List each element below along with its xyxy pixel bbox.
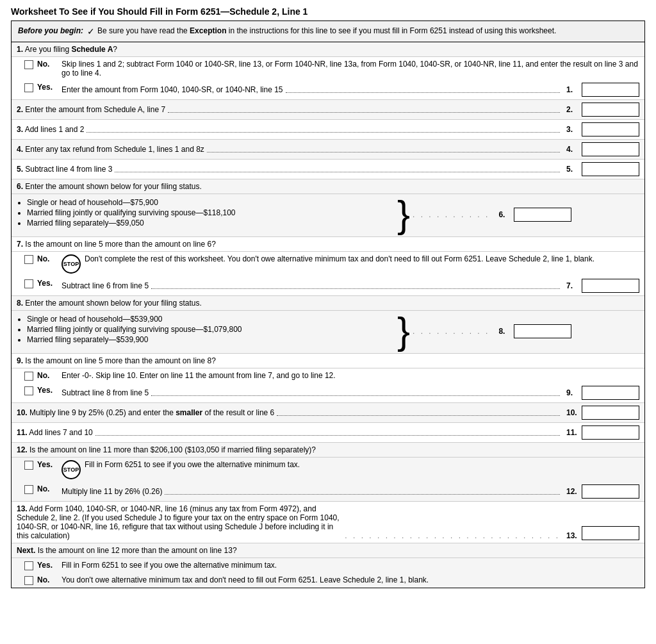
input-line-5[interactable] (582, 162, 639, 176)
bullet-8-3: Married filing separately—$539,900 (27, 335, 395, 344)
worksheet-border-box: Before you begin: ✓ Be sure you have rea… (11, 21, 645, 588)
input-line-4[interactable] (582, 142, 639, 156)
label-9-no: No. (37, 371, 56, 380)
bullet-6-3: Married filing separately—$59,050 (27, 219, 395, 227)
before-begin-section: Before you begin: ✓ Be sure you have rea… (12, 21, 644, 42)
line-num-3: 3. (566, 125, 579, 134)
input-line-3[interactable] (582, 122, 639, 136)
next-yes-row: Yes. Fill in Form 6251 to see if you owe… (12, 558, 644, 573)
question-3-row: 3. Add lines 1 and 2 3. (12, 120, 644, 140)
question-9-header: 9. Is the amount on line 5 more than the… (12, 354, 644, 368)
worksheet-container: Worksheet To See if You Should Fill in F… (11, 6, 645, 588)
question-1-header: 1. Are you filing Schedule A? (12, 42, 644, 57)
checkbox-12-no[interactable] (24, 485, 33, 494)
line-num-4: 4. (566, 145, 579, 154)
brace-8: } (397, 312, 410, 351)
question-9-yes-row: Yes. Subtract line 8 from line 5 9. (12, 383, 644, 403)
input-line-12[interactable] (582, 484, 639, 499)
text-7-no: Don't complete the rest of this workshee… (85, 254, 639, 263)
checkbox-next-yes[interactable] (24, 561, 33, 570)
checkbox-7-no[interactable] (24, 255, 33, 264)
label-next-no: No. (37, 575, 56, 584)
line-num-1: 1. (566, 85, 579, 94)
question-6-brace: Single or head of household—$75,900 Marr… (12, 194, 644, 237)
label-next-yes: Yes. (37, 561, 56, 570)
text-7-yes: Subtract line 6 from line 5 7. (62, 279, 639, 293)
input-line-2[interactable] (582, 103, 639, 117)
line-num-6: 6. (498, 210, 511, 219)
checkbox-9-yes[interactable] (24, 386, 33, 395)
checkbox-12-yes[interactable] (24, 461, 33, 470)
before-begin-label: Before you begin: (18, 26, 83, 35)
brace-6: } (397, 195, 410, 234)
input-line-11[interactable] (582, 425, 639, 440)
question-12-yes-row: Yes. STOP Fill in Form 6251 to see if yo… (12, 458, 644, 482)
question-7-yes-row: Yes. Subtract line 6 from line 5 7. (12, 276, 644, 296)
label-7-no: No. (37, 254, 56, 263)
question-12-no-row: No. Multiply line 11 by 26% (0.26) 12. (12, 482, 644, 502)
question-13-row: 13. Add Form 1040, 1040-SR, or 1040-NR, … (12, 502, 644, 543)
question-11-row: 11. Add lines 7 and 10 11. (12, 423, 644, 443)
next-no-row: No. You don't owe alternative minimum ta… (12, 573, 644, 588)
question-8-header: 8. Enter the amount shown below for your… (12, 296, 644, 311)
input-line-1[interactable] (582, 83, 639, 97)
input-line-7[interactable] (582, 279, 639, 293)
line-num-9: 9. (566, 388, 579, 397)
line-num-8: 8. (498, 327, 511, 336)
question-7-header: 7. Is the amount on line 5 more than the… (12, 237, 644, 252)
stop-sign-12: STOP (62, 460, 81, 479)
checkbox-9-no[interactable] (24, 372, 33, 381)
text-12-yes: Fill in Form 6251 to see if you owe the … (85, 460, 639, 469)
checkbox-7-yes[interactable] (24, 279, 33, 288)
question-4-row: 4. Enter any tax refund from Schedule 1,… (12, 140, 644, 160)
input-line-8[interactable] (514, 324, 571, 338)
input-line-13[interactable] (582, 526, 639, 540)
checkbox-next-no[interactable] (24, 576, 33, 585)
question-1-yes-row: Yes. Enter the amount from Form 1040, 10… (12, 80, 644, 100)
text-next-yes: Fill in Form 6251 to see if you owe the … (62, 561, 639, 570)
next-header: Next. Is the amount on line 12 more than… (12, 543, 644, 558)
label-1-yes: Yes. (37, 83, 56, 92)
line-num-10: 10. (566, 408, 579, 417)
question-5-row: 5. Subtract line 4 from line 3 5. (12, 160, 644, 179)
stop-sign-7: STOP (62, 254, 81, 274)
line-num-7: 7. (566, 281, 579, 290)
question-12-header: 12. Is the amount on line 11 more than $… (12, 443, 644, 458)
before-begin-text: Be sure you have read the Exception in t… (97, 26, 556, 35)
line-num-5: 5. (566, 165, 579, 174)
question-6-header: 6. Enter the amount shown below for your… (12, 179, 644, 194)
bullet-8-1: Single or head of household—$539,900 (27, 315, 395, 324)
input-line-10[interactable] (582, 406, 639, 420)
checkmark-icon: ✓ (87, 26, 95, 37)
label-1-no: No. (37, 60, 56, 69)
bullet-6-2: Married filing jointly or qualifying sur… (27, 208, 395, 217)
text-9-no: Enter -0-. Skip line 10. Enter on line 1… (62, 371, 639, 380)
question-2-row: 2. Enter the amount from Schedule A, lin… (12, 100, 644, 120)
line-num-2: 2. (566, 105, 579, 114)
line-num-13: 13. (566, 531, 579, 540)
question-1-no-row: No. Skip lines 1 and 2; subtract Form 10… (12, 57, 644, 80)
label-9-yes: Yes. (37, 386, 56, 395)
input-line-9[interactable] (582, 386, 639, 400)
text-12-no: Multiply line 11 by 26% (0.26) 12. (62, 484, 639, 499)
checkbox-1-yes[interactable] (24, 83, 33, 92)
bullet-8-2: Married filing jointly or qualifying sur… (27, 325, 395, 334)
checkbox-1-no[interactable] (24, 60, 33, 69)
question-8-brace: Single or head of household—$539,900 Mar… (12, 311, 644, 354)
line-num-12: 12. (566, 487, 579, 496)
bullet-6-1: Single or head of household—$75,900 (27, 198, 395, 207)
main-title: Worksheet To See if You Should Fill in F… (11, 6, 645, 17)
label-7-yes: Yes. (37, 279, 56, 288)
text-next-no: You don't owe alternative minimum tax an… (62, 575, 639, 584)
label-12-yes: Yes. (37, 460, 56, 469)
text-1-yes: Enter the amount from Form 1040, 1040-SR… (62, 83, 639, 97)
input-line-6[interactable] (514, 208, 571, 222)
question-7-no-row: No. STOP Don't complete the rest of this… (12, 252, 644, 276)
question-9-no-row: No. Enter -0-. Skip line 10. Enter on li… (12, 368, 644, 383)
label-12-no: No. (37, 484, 56, 493)
text-1-no: Skip lines 1 and 2; subtract Form 1040 o… (62, 60, 639, 78)
text-9-yes: Subtract line 8 from line 5 9. (62, 386, 639, 400)
line-num-11: 11. (566, 428, 579, 437)
question-10-row: 10. Multiply line 9 by 25% (0.25) and en… (12, 403, 644, 423)
